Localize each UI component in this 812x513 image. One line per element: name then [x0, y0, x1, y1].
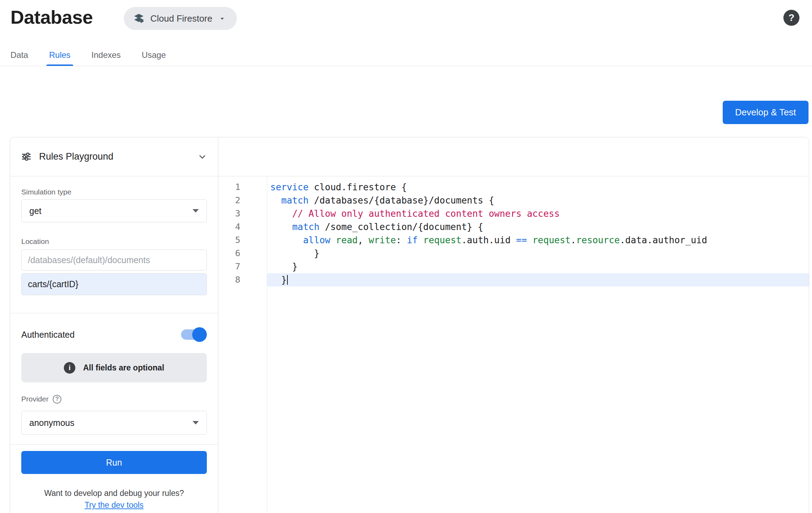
- line-number: 4: [218, 220, 267, 233]
- help-icon[interactable]: ?: [783, 10, 799, 26]
- text-cursor: [287, 275, 288, 285]
- code-text[interactable]: match /databases/{database}/documents {: [267, 194, 809, 207]
- location-label: Location: [21, 237, 207, 246]
- authenticated-row: Authenticated: [21, 327, 207, 343]
- provider-select[interactable]: anonymous: [21, 411, 207, 435]
- page-title: Database: [10, 3, 93, 31]
- gutter-divider: [267, 176, 267, 513]
- toggle-thumb: [192, 327, 207, 342]
- code-line-7[interactable]: 7 }: [218, 260, 809, 273]
- playground-title: Rules Playground: [39, 151, 113, 162]
- firestore-icon: [133, 13, 145, 24]
- line-number: 6: [218, 247, 267, 260]
- run-button[interactable]: Run: [21, 451, 207, 474]
- firestore-product-chip[interactable]: Cloud Firestore: [124, 7, 237, 30]
- code-line-2[interactable]: 2 match /databases/{database}/documents …: [218, 194, 809, 207]
- tab-usage[interactable]: Usage: [131, 44, 176, 66]
- provider-row: Provider ?: [21, 394, 207, 404]
- line-number: 5: [218, 233, 267, 247]
- tab-label: Indexes: [91, 50, 121, 60]
- dev-tools-link[interactable]: Try the dev tools: [84, 500, 143, 510]
- select-caret-icon: [193, 421, 199, 424]
- playground-header: Rules Playground: [10, 137, 218, 176]
- authenticated-label: Authenticated: [21, 330, 75, 340]
- code-text[interactable]: service cloud.firestore {: [267, 181, 809, 194]
- code-line-1[interactable]: 1service cloud.firestore {: [218, 181, 809, 194]
- tab-bar: DataRulesIndexesUsage: [0, 44, 812, 66]
- develop-test-button[interactable]: Develop & Test: [723, 101, 809, 124]
- tab-indexes[interactable]: Indexes: [81, 44, 131, 66]
- editor-body[interactable]: 1service cloud.firestore {2 match /datab…: [218, 176, 809, 513]
- chip-label: Cloud Firestore: [150, 13, 212, 24]
- code-line-3[interactable]: 3 // Allow only authenticated content ow…: [218, 207, 809, 220]
- select-caret-icon: [193, 209, 199, 213]
- simulation-type-value: get: [29, 206, 42, 216]
- code-line-4[interactable]: 4 match /some_collection/{document} {: [218, 220, 809, 233]
- collapse-chevron-icon[interactable]: [197, 152, 208, 162]
- code-text[interactable]: }: [267, 273, 809, 286]
- tab-data[interactable]: Data: [0, 44, 39, 66]
- tab-label: Rules: [49, 50, 70, 60]
- rules-editor: 1service cloud.firestore {2 match /datab…: [218, 137, 809, 513]
- code-text[interactable]: // Allow only authenticated content owne…: [267, 207, 809, 220]
- line-number: 3: [218, 207, 267, 220]
- authenticated-toggle[interactable]: [181, 329, 206, 340]
- provider-label: Provider: [21, 395, 48, 404]
- line-number: 7: [218, 260, 267, 273]
- dev-tools-prompt: Want to develop and debug your rules?: [21, 489, 207, 498]
- code-text[interactable]: match /some_collection/{document} {: [267, 220, 809, 233]
- code-line-5[interactable]: 5 allow read, write: if request.auth.uid…: [218, 233, 809, 247]
- line-number: 1: [218, 181, 267, 194]
- editor-toolbar: [218, 137, 809, 176]
- tab-label: Data: [10, 50, 28, 60]
- tab-rules[interactable]: Rules: [39, 44, 81, 66]
- code-text[interactable]: }: [267, 247, 809, 260]
- code-text[interactable]: allow read, write: if request.auth.uid =…: [267, 233, 809, 247]
- divider: [10, 444, 218, 445]
- line-number: 2: [218, 194, 267, 207]
- code-text[interactable]: }: [267, 260, 809, 273]
- location-path-input[interactable]: [21, 273, 207, 295]
- location-base-input[interactable]: [21, 250, 207, 270]
- code-line-8[interactable]: 8 }: [218, 273, 809, 286]
- simulation-type-select[interactable]: get: [21, 199, 207, 222]
- rules-card: Rules Playground Simulation type get Loc…: [10, 137, 809, 513]
- provider-value: anonymous: [29, 418, 74, 428]
- playground-body: Simulation type get Location Authenticat…: [10, 176, 218, 513]
- simulation-type-label: Simulation type: [21, 187, 207, 197]
- info-banner-text: All fields are optional: [83, 363, 164, 373]
- divider: [10, 313, 218, 313]
- rules-playground-panel: Rules Playground Simulation type get Loc…: [10, 137, 218, 513]
- code-rows: 1service cloud.firestore {2 match /datab…: [218, 176, 809, 286]
- info-icon: i: [64, 362, 75, 374]
- provider-help-icon[interactable]: ?: [53, 395, 61, 404]
- line-number: 8: [218, 273, 267, 286]
- tune-icon: [21, 151, 32, 162]
- code-line-6[interactable]: 6 }: [218, 247, 809, 260]
- info-banner: i All fields are optional: [21, 353, 207, 382]
- chip-caret-icon: [218, 14, 226, 23]
- tab-label: Usage: [142, 50, 166, 60]
